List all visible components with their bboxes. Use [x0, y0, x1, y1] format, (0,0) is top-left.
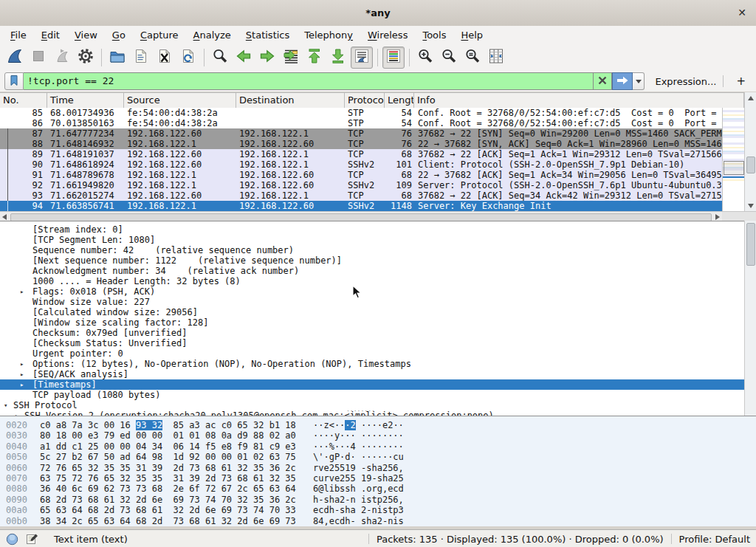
- ascii-bytes[interactable]: ···%···4 ········: [313, 441, 404, 452]
- go-to-packet-button[interactable]: [280, 47, 302, 69]
- hex-row[interactable]: 00a065 63 64 68 2d 73 68 61 32 2d 6e 69 …: [0, 505, 756, 515]
- hex-bytes[interactable]: 63 75 72 76 65 32 35 35 31 39 2d 73 68 6…: [40, 473, 303, 484]
- scroll-right-icon[interactable]: [715, 214, 720, 220]
- column-header-time[interactable]: Time: [47, 93, 124, 109]
- ascii-bytes[interactable]: curve255 19-sha25: [313, 473, 404, 484]
- filter-dropdown-button[interactable]: [633, 72, 645, 90]
- hex-row[interactable]: 009068 2d 73 68 61 32 2d 6e 69 73 74 70 …: [0, 495, 756, 505]
- detail-line[interactable]: [Calculated window size: 29056]: [0, 307, 744, 317]
- expert-info-icon[interactable]: [6, 533, 18, 546]
- hex-row[interactable]: 00505c 27 b2 67 50 ad 64 98 1d 92 00 00 …: [0, 452, 756, 462]
- packet-row[interactable]: 9171.648789678192.168.122.1192.168.122.6…: [0, 170, 722, 180]
- start-capture-button[interactable]: [4, 47, 26, 69]
- ascii-bytes[interactable]: 84,ecdh- sha2-nis: [313, 516, 404, 526]
- detail-line[interactable]: [Stream index: 0]: [0, 224, 744, 235]
- menu-tools[interactable]: Tools: [415, 28, 453, 42]
- packet-list-vscrollbar[interactable]: [744, 92, 756, 212]
- detail-line[interactable]: ▸[SEQ/ACK analysis]: [0, 369, 744, 379]
- detail-line[interactable]: Acknowledgment number: 34 (relative ack …: [0, 266, 744, 276]
- packet-row[interactable]: 8771.647777234192.168.122.60192.168.122.…: [0, 128, 722, 139]
- ascii-bytes[interactable]: 6@libssh .org,ecd: [313, 484, 404, 494]
- packet-row[interactable]: 9471.663856741192.168.122.1192.168.122.6…: [0, 201, 722, 211]
- filter-apply-button[interactable]: [612, 72, 633, 90]
- expand-icon[interactable]: ▸: [20, 379, 24, 390]
- expand-icon[interactable]: ▸: [20, 369, 24, 379]
- menu-wireless[interactable]: Wireless: [360, 28, 415, 42]
- column-header-source[interactable]: Source: [124, 93, 236, 109]
- detail-line[interactable]: ▸Flags: 0x018 (PSH, ACK): [0, 286, 744, 297]
- hex-row[interactable]: 003080 18 00 e3 79 ed 00 00 01 01 08 0a …: [0, 430, 756, 441]
- packet-row[interactable]: 8670.013850163fe:54:00:d4:38:2aSTP54Conf…: [0, 118, 722, 128]
- menu-edit[interactable]: Edit: [34, 28, 67, 42]
- column-header-info[interactable]: Info: [414, 93, 744, 109]
- detail-line[interactable]: TCP payload (1080 bytes): [0, 390, 744, 400]
- go-back-button[interactable]: [233, 47, 255, 69]
- go-forward-button[interactable]: [256, 47, 278, 69]
- hex-bytes[interactable]: c0 a8 7a 3c 00 16 93 32 85 a3 ac c0 65 3…: [40, 420, 303, 430]
- menu-statistics[interactable]: Statistics: [238, 28, 297, 42]
- hex-bytes[interactable]: 80 18 00 e3 79 ed 00 00 01 01 08 0a d9 8…: [40, 430, 303, 441]
- packet-row[interactable]: 8971.648191037192.168.122.60192.168.122.…: [0, 149, 722, 159]
- packet-row[interactable]: 9071.648618924192.168.122.60192.168.122.…: [0, 159, 722, 170]
- menu-analyze[interactable]: Analyze: [186, 28, 238, 42]
- colorize-button[interactable]: [382, 47, 405, 69]
- column-header-length[interactable]: Length: [385, 93, 414, 109]
- detail-line[interactable]: [Next sequence number: 1122 (relative se…: [0, 255, 744, 266]
- ascii-bytes[interactable]: ecdh-sha 2-nistp3: [313, 505, 404, 515]
- save-file-button[interactable]: [130, 47, 152, 69]
- detail-line[interactable]: Window size value: 227: [0, 297, 744, 307]
- scroll-left-icon[interactable]: [2, 214, 7, 220]
- detail-line[interactable]: [TCP Segment Len: 1080]: [0, 235, 744, 245]
- packet-row[interactable]: 9371.662015274192.168.122.60192.168.122.…: [0, 190, 722, 201]
- detail-line[interactable]: Sequence number: 42 (relative sequence n…: [0, 245, 744, 255]
- scroll-down-icon[interactable]: [748, 204, 754, 208]
- filter-clear-button[interactable]: [594, 72, 612, 90]
- hex-bytes[interactable]: 68 2d 73 68 61 32 2d 6e 69 73 74 70 32 3…: [40, 495, 303, 505]
- ascii-bytes[interactable]: h-sha2-n istp256,: [313, 495, 404, 505]
- hex-row[interactable]: 008036 40 6c 69 62 73 73 68 2e 6f 72 67 …: [0, 484, 756, 494]
- zoom-in-button[interactable]: [414, 47, 436, 69]
- expand-icon[interactable]: ▸: [20, 359, 24, 369]
- scroll-up-icon[interactable]: [748, 96, 754, 100]
- menu-capture[interactable]: Capture: [133, 28, 186, 42]
- capture-options-button[interactable]: [75, 47, 97, 69]
- expand-icon[interactable]: ▸: [20, 286, 24, 297]
- menu-help[interactable]: Help: [453, 28, 490, 42]
- scroll-thumb[interactable]: [746, 156, 755, 173]
- open-file-button[interactable]: [106, 47, 128, 69]
- expression-button[interactable]: Expression...: [655, 76, 716, 87]
- hex-bytes[interactable]: 36 40 6c 69 62 73 73 68 2e 6f 72 67 2c 6…: [40, 484, 303, 494]
- filter-input[interactable]: !tcp.port == 22: [24, 72, 594, 90]
- hex-row[interactable]: 007063 75 72 76 65 32 35 35 31 39 2d 73 …: [0, 473, 756, 484]
- profile-label[interactable]: Profile: Default: [679, 534, 750, 545]
- menu-telephony[interactable]: Telephony: [297, 28, 360, 42]
- packet-row[interactable]: 8568.001734936fe:54:00:d4:38:2aSTP54Conf…: [0, 108, 722, 118]
- hex-bytes[interactable]: 65 63 64 68 2d 73 68 61 32 2d 6e 69 73 7…: [40, 505, 303, 515]
- packet-minimap[interactable]: [722, 108, 745, 211]
- detail-line[interactable]: [Window size scaling factor: 128]: [0, 317, 744, 328]
- hex-bytes[interactable]: 72 76 65 32 35 35 31 39 2d 73 68 61 32 3…: [40, 463, 303, 473]
- zoom-out-button[interactable]: [438, 47, 460, 69]
- hex-row[interactable]: 006072 76 65 32 35 35 31 39 2d 73 68 61 …: [0, 463, 756, 473]
- ascii-bytes[interactable]: ····y··· ········: [313, 430, 404, 441]
- go-to-bottom-button[interactable]: [327, 47, 349, 69]
- reload-file-button[interactable]: [177, 47, 199, 69]
- column-header-protocol[interactable]: Protocol: [345, 93, 385, 109]
- menu-file[interactable]: File: [3, 28, 34, 42]
- menu-view[interactable]: View: [67, 28, 105, 42]
- packet-list-hscrollbar[interactable]: [0, 211, 722, 221]
- menu-go[interactable]: Go: [105, 28, 133, 42]
- collapse-icon[interactable]: ▾: [4, 400, 7, 410]
- filter-bookmark-button[interactable]: [4, 72, 24, 90]
- detail-line[interactable]: ▸[Timestamps]: [0, 379, 744, 390]
- close-icon[interactable]: [736, 7, 748, 18]
- filter-add-button[interactable]: +: [730, 75, 752, 88]
- detail-line[interactable]: Urgent pointer: 0: [0, 348, 744, 359]
- detail-line[interactable]: Checksum: 0x79ed [unverified]: [0, 328, 744, 338]
- scroll-thumb[interactable]: [746, 223, 755, 266]
- detail-line[interactable]: 1000 .... = Header Length: 32 bytes (8): [0, 276, 744, 286]
- go-to-top-button[interactable]: [303, 47, 326, 69]
- detail-line[interactable]: ▸Options: (12 bytes), No-Operation (NOP)…: [0, 359, 744, 369]
- capture-comment-icon[interactable]: [25, 532, 38, 546]
- details-vscrollbar[interactable]: [744, 221, 756, 416]
